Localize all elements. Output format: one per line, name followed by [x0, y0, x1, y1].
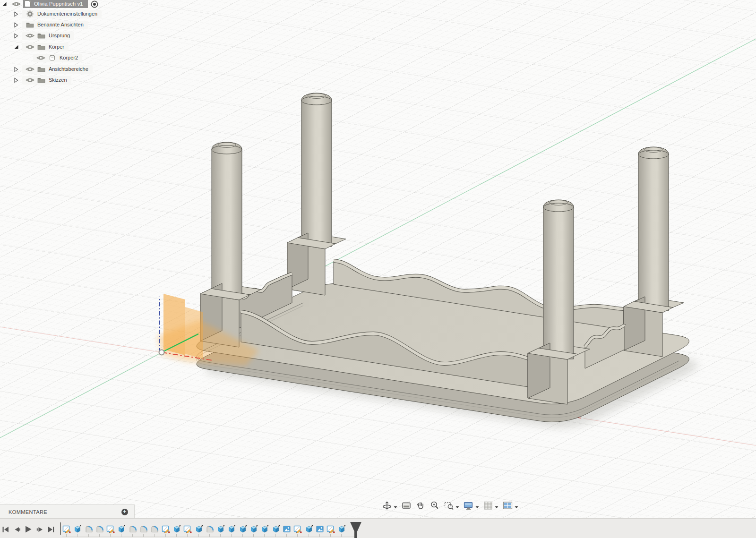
sketch-plane-highlight-2[interactable] — [185, 307, 203, 359]
browser-item-label: Benannte Ansichten — [37, 22, 84, 27]
timeline-feature-fillet[interactable] — [150, 525, 159, 533]
eye-icon[interactable] — [24, 77, 35, 83]
display-settings-icon — [463, 500, 474, 512]
pan-icon — [415, 500, 426, 512]
fit-icon — [444, 500, 454, 512]
timeline-feature-sketch[interactable] — [62, 525, 71, 533]
table-leg-front-left — [212, 142, 242, 299]
activate-radio-icon[interactable] — [90, 0, 99, 9]
x-axis-negative — [0, 327, 162, 352]
play-button[interactable] — [24, 525, 33, 534]
skip-start-button[interactable] — [1, 525, 10, 534]
timeline-feature-extrude[interactable] — [195, 525, 203, 533]
expanded-triangle-icon[interactable] — [2, 1, 7, 7]
display-settings-button[interactable] — [462, 500, 480, 513]
table-leg-front-right — [543, 200, 574, 359]
chevron-right-icon[interactable] — [13, 33, 19, 39]
chevron-right-icon[interactable] — [13, 77, 19, 83]
timeline-feature-fillet[interactable] — [139, 525, 148, 533]
timeline-feature-extrude[interactable] — [227, 525, 236, 533]
timeline-features — [62, 525, 346, 533]
plus-circle-icon[interactable]: + — [121, 509, 128, 515]
timeline-feature-canvas[interactable] — [283, 525, 291, 533]
timeline-feature-fillet[interactable] — [206, 525, 214, 533]
timeline-feature-extrude[interactable] — [239, 525, 247, 533]
grid-display-icon — [483, 500, 493, 512]
timeline-feature-sketch[interactable] — [326, 525, 335, 533]
zoom-icon — [430, 500, 440, 512]
fit-button[interactable] — [443, 500, 460, 513]
eye-icon[interactable] — [24, 44, 35, 50]
browser-item-dokumenteneinstellungen[interactable]: Dokumenteneinstellungen — [13, 10, 102, 18]
folder-icon — [24, 22, 35, 28]
folder-icon — [35, 44, 47, 50]
origin-point[interactable] — [159, 350, 164, 355]
chevron-right-icon[interactable] — [13, 11, 19, 17]
browser-item-label: Körper — [49, 44, 64, 50]
browser-root-selected[interactable]: Olivia Puppntisch v1 — [23, 0, 88, 8]
comments-bar[interactable]: KOMMENTARE + — [0, 504, 135, 519]
grid-display-button[interactable] — [482, 500, 499, 513]
look-at-button[interactable] — [400, 500, 412, 513]
chevron-down-icon[interactable] — [515, 502, 518, 511]
viewports-button[interactable] — [501, 500, 519, 513]
timeline-feature-extrude[interactable] — [216, 525, 225, 533]
timeline-feature-sketch[interactable] — [162, 525, 170, 533]
browser-item-label: Körper2 — [60, 55, 78, 60]
timeline-playhead[interactable] — [349, 521, 362, 538]
eye-icon[interactable] — [24, 33, 35, 39]
timeline-feature-extrude[interactable] — [337, 525, 346, 533]
model-body-koerper2[interactable] — [197, 93, 689, 422]
chevron-down-icon[interactable] — [394, 502, 397, 511]
pan-button[interactable] — [414, 500, 427, 513]
zoom-button[interactable] — [429, 500, 441, 513]
browser-root-row[interactable]: Olivia Puppntisch v1 — [2, 0, 99, 8]
browser-item-label: Dokumenteneinstellungen — [37, 11, 97, 17]
chevron-down-icon[interactable] — [455, 502, 459, 511]
timeline-feature-canvas[interactable] — [316, 525, 324, 533]
orbit-icon — [382, 500, 392, 512]
timeline-feature-sketch[interactable] — [106, 525, 115, 533]
timeline-feature-sketch[interactable] — [293, 525, 302, 533]
eye-icon[interactable] — [24, 66, 35, 72]
browser-item-k-rper[interactable]: Körper — [13, 43, 69, 51]
browser-item-benannte-ansichten[interactable]: Benannte Ansichten — [13, 21, 88, 29]
timeline-feature-fillet[interactable] — [85, 525, 93, 533]
eye-icon[interactable] — [35, 55, 46, 61]
fusion-app-window: Olivia Puppntisch v1 Dokumenteneinstellu… — [0, 0, 756, 538]
body-cylinder-icon — [46, 54, 58, 61]
timeline-feature-extrude[interactable] — [305, 525, 313, 533]
skip-end-button[interactable] — [46, 525, 55, 534]
x-axis-far — [584, 418, 756, 445]
browser-item-k-rper2[interactable]: Körper2 — [30, 54, 82, 62]
nav-toolbar — [381, 500, 519, 513]
table-leg-back-right — [638, 147, 669, 311]
timeline-feature-extrude[interactable] — [272, 525, 280, 533]
browser-item-skizzen[interactable]: Skizzen — [13, 76, 71, 84]
step-forward-button[interactable] — [35, 525, 44, 534]
timeline-baseline — [62, 537, 354, 537]
expanded-triangle-icon[interactable] — [13, 44, 19, 50]
browser-item-label: Ansichtsbereiche — [49, 66, 88, 72]
timeline-feature-extrude[interactable] — [117, 525, 126, 533]
timeline-feature-extrude[interactable] — [172, 525, 181, 533]
timeline-feature-fillet[interactable] — [95, 525, 104, 533]
timeline-feature-extrude[interactable] — [260, 525, 269, 533]
chevron-right-icon[interactable] — [13, 22, 19, 28]
eye-icon[interactable] — [12, 1, 21, 7]
viewport-3d[interactable] — [0, 0, 756, 538]
corner-block-back-right — [624, 147, 684, 357]
document-title: Olivia Puppntisch v1 — [34, 1, 83, 7]
timeline-feature-extrude[interactable] — [73, 525, 82, 533]
timeline-feature-fillet[interactable] — [129, 525, 137, 533]
browser-item-ursprung[interactable]: Ursprung — [13, 32, 74, 40]
chevron-right-icon[interactable] — [13, 67, 19, 72]
timeline-feature-extrude[interactable] — [249, 525, 258, 533]
chevron-down-icon[interactable] — [495, 502, 498, 511]
timeline-feature-sketch[interactable] — [183, 525, 192, 533]
orbit-button[interactable] — [381, 500, 398, 513]
chevron-down-icon[interactable] — [475, 502, 479, 511]
folder-icon — [35, 66, 47, 72]
browser-item-ansichtsbereiche[interactable]: Ansichtsbereiche — [13, 65, 93, 73]
step-back-button[interactable] — [12, 525, 21, 534]
